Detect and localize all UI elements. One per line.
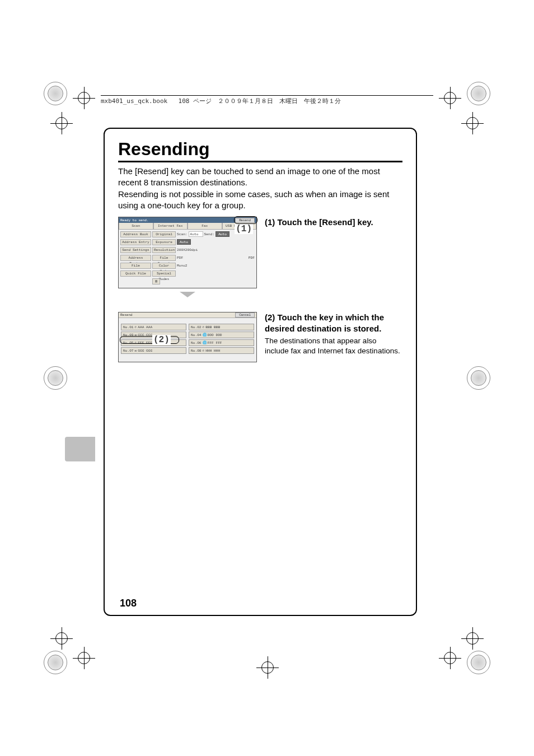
phone-icon: ✆ [135, 340, 137, 346]
crop-mark [40, 647, 71, 678]
send-value: Auto [216, 231, 229, 237]
crop-mark [40, 78, 71, 109]
dest-no: No.02 [191, 324, 202, 330]
crop-mark [463, 78, 494, 109]
exposure-value: Auto [177, 239, 191, 245]
destination-button[interactable]: No.01✆AAA AAA [121, 324, 186, 330]
dest-name: FFF FFF [208, 340, 222, 346]
dest-name: DDD DDD [208, 332, 222, 338]
callout-number-1: (1) [235, 224, 253, 234]
resend-list-title: Resend [120, 313, 133, 317]
dest-no: No.01 [123, 324, 134, 330]
dest-name: GGG GGG [138, 348, 152, 354]
file-format-button[interactable]: File Format [152, 255, 176, 261]
send-label: Send: [204, 232, 215, 236]
callout-number-2: (2) [152, 335, 171, 345]
register-cross [439, 87, 461, 109]
step-2-note: The destinations that appear also includ… [265, 336, 402, 356]
step-1-text: Touch the [Resend] key. [278, 217, 373, 227]
file-button[interactable]: File [120, 263, 151, 269]
step-2-num: (2) [265, 312, 275, 322]
special-modes-button[interactable]: Special Modes [152, 270, 176, 277]
register-cross [73, 647, 95, 669]
address-entry-button[interactable]: Address Entry [120, 239, 151, 245]
section-title: Resending [118, 139, 402, 162]
send-settings-button[interactable]: Send Settings [120, 247, 151, 253]
file-format-val-1: PDF [177, 256, 183, 260]
resend-button[interactable]: Resend [235, 218, 255, 223]
file-format-val-2: PDF [249, 256, 255, 260]
header-filename: mxb401_us_qck.book [101, 97, 167, 105]
dest-name: AAA AAA [138, 324, 152, 330]
register-cross [73, 87, 95, 109]
step-1-heading: (1) Touch the [Resend] key. [265, 217, 402, 228]
resolution-button[interactable]: Resolution [152, 247, 176, 253]
dest-no: No.03 [123, 332, 134, 338]
dest-no: No.07 [123, 348, 134, 354]
phone-icon: ✆ [203, 348, 205, 354]
dest-no: No.04 [191, 332, 202, 338]
dest-no: No.05 [123, 340, 134, 346]
exposure-button[interactable]: Exposure [152, 239, 176, 245]
dest-no: No.06 [191, 340, 202, 346]
step-2-text: Touch the key in which the desired desti… [265, 312, 384, 333]
crop-mark [463, 363, 494, 393]
intro-paragraph: The [Resend] key can be touched to send … [118, 166, 402, 211]
globe-icon: 🌐 [203, 340, 207, 346]
crop-mark [40, 363, 71, 393]
destination-button[interactable]: No.08✆HHH HHH [189, 347, 254, 354]
destination-button[interactable]: No.02✆BBB BBB [189, 324, 254, 330]
step-1-num: (1) [265, 217, 275, 227]
tab-fax[interactable]: Fax [188, 223, 222, 230]
step-2-heading: (2) Touch the key in which the desired d… [265, 312, 402, 334]
mail-icon: ✉ [135, 332, 137, 338]
register-cross [461, 627, 484, 650]
dest-name: EEE EEE [138, 340, 152, 346]
dest-no: No.08 [191, 348, 202, 354]
phone-icon: ✆ [135, 324, 137, 330]
color-mode-value: Mono2 [177, 264, 188, 268]
tab-ifax[interactable]: Internet Fax [153, 223, 188, 230]
status-text: Ready to send. [120, 218, 148, 222]
phone-icon: ✆ [203, 324, 205, 330]
screenshot-send-screen: Ready to send. Resend Scan Internet Fax … [118, 217, 257, 288]
crop-mark [463, 647, 494, 678]
cancel-button[interactable]: Cancel [235, 312, 255, 318]
original-button[interactable]: Original [152, 231, 176, 237]
scan-value: Auto [189, 231, 203, 237]
register-cross [461, 112, 484, 134]
section-thumb-tab [65, 437, 95, 461]
running-header: mxb401_us_qck.book 108 ページ ２００９年１月８日 木曜日… [101, 95, 433, 105]
destination-button[interactable]: No.06🌐FFF FFF [189, 339, 254, 346]
page-content-frame: Resending The [Resend] key can be touche… [104, 128, 417, 616]
flow-arrow-icon [180, 292, 195, 297]
page-number: 108 [120, 598, 137, 609]
globe-icon: 🌐 [203, 332, 207, 338]
tab-scan[interactable]: Scan [119, 223, 153, 230]
resolution-value: 200X200dpi [177, 248, 198, 252]
address-review-button[interactable]: Address Review [120, 255, 151, 261]
dest-name: HHH HHH [205, 348, 220, 354]
register-cross [256, 656, 279, 679]
destination-button[interactable]: No.07✉GGG GGG [121, 347, 186, 354]
address-book-button[interactable]: Address Book [120, 231, 151, 237]
quick-file-button[interactable]: Quick File [120, 270, 151, 277]
register-cross [50, 112, 73, 134]
destination-button[interactable]: No.04🌐DDD DDD [189, 332, 254, 338]
header-pageinfo: 108 ページ ２００９年１月８日 木曜日 午後２時１分 [179, 97, 341, 105]
dest-name: BBB BBB [205, 324, 220, 330]
screenshot-resend-list: Resend Cancel No.01✆AAA AAANo.02✆BBB BBB… [118, 312, 257, 362]
color-mode-button[interactable]: Color Mode [152, 263, 176, 269]
mail-icon: ✉ [135, 348, 137, 354]
register-cross [50, 627, 73, 650]
dest-name: CCC CCC [138, 332, 152, 338]
register-cross [439, 647, 461, 669]
scan-label: Scan: [177, 232, 188, 236]
preview-icon-button[interactable]: ▥ [152, 278, 160, 284]
